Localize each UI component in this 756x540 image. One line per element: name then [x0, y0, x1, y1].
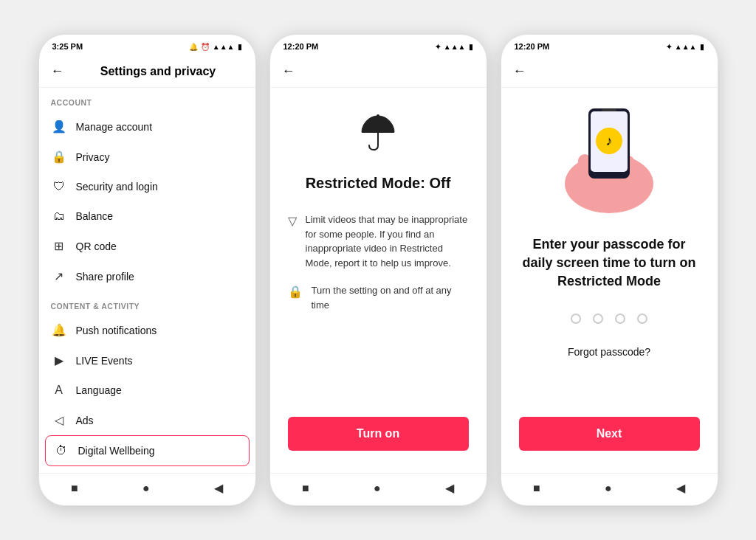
notifications-icon: 🔔	[51, 323, 67, 337]
phone-hand-illustration: ♪	[519, 88, 700, 221]
bt-icon-3: ✦	[666, 43, 672, 51]
section-content: CONTENT & ACTIVITY	[39, 291, 255, 315]
dot-3	[615, 314, 625, 324]
umbrella-icon	[356, 110, 400, 163]
security-icon: 🛡	[51, 180, 67, 193]
sidebar-item-qrcode[interactable]: ⊞ QR code	[39, 231, 255, 261]
restricted-title: Restricted Mode: Off	[306, 175, 451, 192]
section-account: ACCOUNT	[39, 88, 255, 111]
sidebar-item-live[interactable]: ▶ LIVE Events	[39, 345, 255, 375]
sidebar-item-ads[interactable]: ◁ Ads	[39, 405, 255, 435]
nav-bar-3: ←	[501, 55, 718, 88]
feature-text-1: Limit videos that may be inappropriate f…	[306, 212, 469, 270]
home-btn-3[interactable]: ■	[533, 482, 540, 495]
svg-rect-10	[602, 109, 616, 111]
language-label: Language	[76, 384, 122, 396]
sidebar-item-notifications[interactable]: 🔔 Push notifications	[39, 315, 255, 345]
turn-on-button[interactable]: Turn on	[288, 417, 469, 451]
phone-restricted: 12:20 PM ✦ ▲▲▲ ▮ ← Restricted Mode: Off	[269, 34, 487, 506]
back-btn-3[interactable]: ◀	[676, 481, 685, 495]
settings-list: ACCOUNT 👤 Manage account 🔒 Privacy 🛡 Sec…	[39, 88, 255, 473]
time-2: 12:20 PM	[284, 42, 319, 51]
ads-icon: ◁	[51, 413, 67, 427]
back-button-3[interactable]: ←	[513, 63, 526, 79]
back-button-1[interactable]: ←	[51, 63, 64, 79]
status-icons-2: ✦ ▲▲▲ ▮	[435, 43, 473, 51]
share-icon: ↗	[51, 269, 67, 283]
status-bar-3: 12:20 PM ✦ ▲▲▲ ▮	[501, 35, 718, 55]
signal-icon-3: ▲▲▲	[675, 43, 697, 51]
dot-4	[637, 314, 647, 324]
bottom-nav-2: ■ ● ◀	[270, 473, 487, 505]
filter-icon: ▽	[288, 214, 297, 228]
time-1: 3:25 PM	[52, 42, 83, 51]
restricted-content: Restricted Mode: Off ▽ Limit videos that…	[270, 88, 487, 473]
bottom-nav-1: ■ ● ◀	[39, 473, 255, 505]
circle-btn-2[interactable]: ●	[374, 482, 381, 495]
battery-icon-2: ▮	[469, 43, 473, 51]
time-3: 12:20 PM	[515, 42, 550, 51]
privacy-label: Privacy	[76, 151, 110, 163]
privacy-icon: 🔒	[51, 150, 67, 164]
status-icons-3: ✦ ▲▲▲ ▮	[666, 43, 704, 51]
battery-icon-3: ▮	[700, 43, 704, 51]
passcode-dots	[571, 314, 647, 324]
battery-icon: ▮	[238, 43, 242, 51]
live-icon: ▶	[51, 353, 67, 367]
nav-bar-1: ← Settings and privacy	[39, 55, 255, 88]
manage-account-label: Manage account	[76, 121, 153, 133]
wellbeing-icon: ⏱	[53, 444, 69, 457]
ads-label: Ads	[76, 415, 94, 426]
signal-icon-2: ▲▲▲	[444, 43, 466, 51]
home-btn-1[interactable]: ■	[71, 482, 78, 495]
back-btn-1[interactable]: ◀	[214, 481, 223, 495]
sidebar-item-manage-account[interactable]: 👤 Manage account	[39, 111, 255, 142]
home-btn-2[interactable]: ■	[302, 482, 309, 495]
sidebar-item-balance[interactable]: 🗂 Balance	[39, 201, 255, 231]
circle-btn-1[interactable]: ●	[142, 482, 150, 495]
phone-settings: 3:25 PM 🔔 ⏰ ▲▲▲ ▮ ← Settings and privacy…	[38, 34, 256, 506]
nav-bar-2: ←	[270, 55, 487, 88]
page-title-1: Settings and privacy	[73, 65, 244, 78]
next-button[interactable]: Next	[519, 417, 700, 451]
manage-account-icon: 👤	[51, 120, 67, 134]
circle-btn-3[interactable]: ●	[605, 482, 612, 495]
live-label: LIVE Events	[76, 355, 133, 367]
sidebar-item-security[interactable]: 🛡 Security and login	[39, 172, 255, 201]
feature-1: ▽ Limit videos that may be inappropriate…	[288, 212, 469, 270]
dot-1	[571, 314, 581, 324]
qrcode-icon: ⊞	[51, 239, 67, 253]
share-label: Share profile	[76, 271, 134, 283]
qrcode-label: QR code	[76, 240, 117, 252]
sidebar-item-language[interactable]: A Language	[39, 375, 255, 405]
lock-icon: 🔒	[288, 285, 303, 299]
status-bar-2: 12:20 PM ✦ ▲▲▲ ▮	[270, 35, 487, 55]
sidebar-item-privacy[interactable]: 🔒 Privacy	[39, 142, 255, 172]
alarm-icon: ⏰	[201, 43, 210, 51]
passcode-content: ♪ Enter your passcode for daily screen t…	[501, 88, 718, 473]
forgot-passcode-link[interactable]: Forgot passcode?	[568, 346, 650, 358]
status-bar-1: 3:25 PM 🔔 ⏰ ▲▲▲ ▮	[39, 35, 255, 55]
bt-icon: ✦	[435, 43, 441, 51]
sidebar-item-family[interactable]: 🏠 Family Pairing	[39, 466, 255, 473]
balance-icon: 🗂	[51, 210, 67, 223]
sidebar-item-digital-wellbeing[interactable]: ⏱ Digital Wellbeing	[45, 435, 250, 466]
feature-text-2: Turn the setting on and off at any time	[312, 283, 469, 312]
sidebar-item-share[interactable]: ↗ Share profile	[39, 261, 255, 291]
status-icons-1: 🔔 ⏰ ▲▲▲ ▮	[189, 43, 242, 51]
dot-2	[593, 314, 603, 324]
svg-text:♪: ♪	[606, 134, 613, 148]
notification-icon: 🔔	[189, 43, 198, 51]
balance-label: Balance	[76, 210, 114, 222]
back-button-2[interactable]: ←	[282, 63, 295, 79]
notifications-label: Push notifications	[76, 325, 157, 336]
signal-icon: ▲▲▲	[213, 43, 235, 51]
language-icon: A	[51, 384, 67, 397]
svg-point-0	[377, 114, 379, 117]
phones-container: 3:25 PM 🔔 ⏰ ▲▲▲ ▮ ← Settings and privacy…	[24, 19, 733, 521]
back-btn-2[interactable]: ◀	[445, 481, 454, 495]
security-label: Security and login	[76, 181, 158, 193]
bottom-nav-3: ■ ● ◀	[501, 473, 718, 505]
feature-2: 🔒 Turn the setting on and off at any tim…	[288, 283, 469, 312]
wellbeing-label: Digital Wellbeing	[78, 445, 155, 457]
